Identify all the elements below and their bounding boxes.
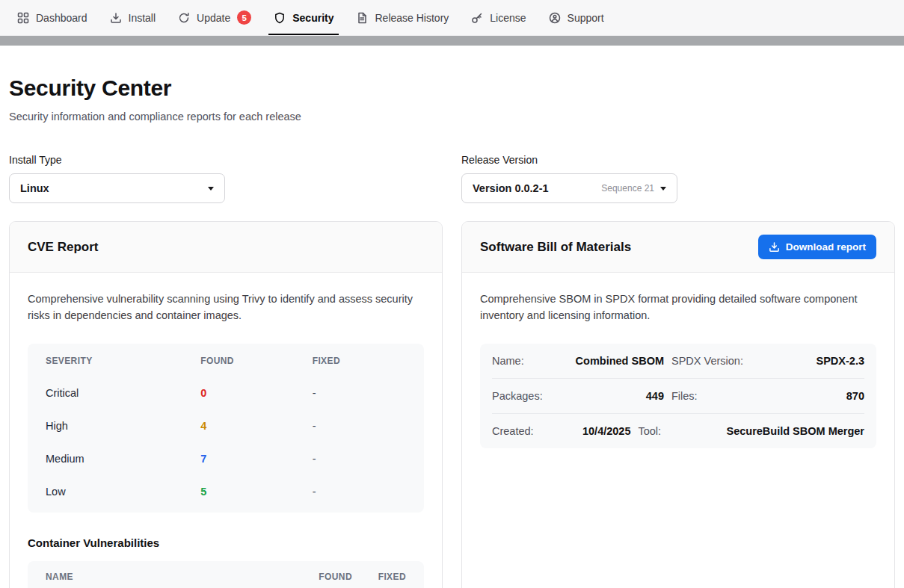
- sbom-description: Comprehensive SBOM in SPDX format provid…: [480, 291, 876, 324]
- cve-report-card: CVE Report Comprehensive vulnerability s…: [9, 221, 443, 588]
- severity-label: High: [46, 420, 200, 432]
- cve-card-title: CVE Report: [28, 240, 98, 255]
- sbom-name-label: Name:: [492, 355, 552, 367]
- severity-table-header: SEVERITY FOUND FIXED: [28, 345, 424, 377]
- severity-row-low: Low 5 -: [28, 475, 424, 508]
- nav-item-install[interactable]: Install: [99, 0, 167, 35]
- support-icon: [549, 12, 561, 24]
- sbom-info-row: Name: Combined SBOM SPDX Version: SPDX-2…: [492, 344, 864, 379]
- nav-label: Release History: [375, 12, 449, 24]
- sbom-packages-label: Packages:: [492, 390, 552, 402]
- page-title: Security Center: [9, 75, 895, 101]
- col-fixed: FIXED: [313, 356, 406, 366]
- update-icon: [178, 12, 190, 24]
- chevron-down-icon: [660, 187, 666, 191]
- severity-fixed-count: -: [313, 387, 406, 399]
- sequence-label: Sequence 21: [601, 183, 654, 194]
- nav-label: Install: [129, 12, 156, 24]
- sbom-card-title: Software Bill of Materials: [480, 240, 631, 255]
- severity-found-count: 0: [200, 387, 312, 399]
- document-icon: [356, 12, 368, 24]
- nav-item-security[interactable]: Security: [262, 0, 345, 35]
- release-version-filter: Release Version Version 0.0.2-1 Sequence…: [461, 154, 895, 203]
- install-type-filter: Install Type Linux: [9, 154, 443, 203]
- severity-label: Medium: [46, 453, 200, 465]
- cve-card-header: CVE Report: [10, 222, 442, 273]
- nav-label: Dashboard: [36, 12, 87, 24]
- sbom-card-header: Software Bill of Materials Download repo…: [462, 222, 894, 273]
- sbom-info-row: Created: 10/4/2025 Tool: SecureBuild SBO…: [492, 414, 864, 448]
- nav-item-dashboard[interactable]: Dashboard: [6, 0, 99, 35]
- release-version-label: Release Version: [461, 154, 895, 166]
- nav-label: Support: [568, 12, 604, 24]
- sbom-spdx-version-value: SPDX-2.3: [760, 355, 864, 367]
- sbom-card: Software Bill of Materials Download repo…: [461, 221, 895, 588]
- install-type-select[interactable]: Linux: [9, 173, 225, 203]
- download-report-button[interactable]: Download report: [758, 235, 876, 259]
- nav-label: Update: [197, 12, 230, 24]
- nav-item-license[interactable]: License: [460, 0, 537, 35]
- install-type-label: Install Type: [9, 154, 443, 166]
- col-found: FOUND: [200, 356, 312, 366]
- filters-row: Install Type Linux Release Version Versi…: [9, 154, 895, 203]
- key-icon: [471, 12, 483, 24]
- severity-label: Low: [46, 486, 200, 498]
- severity-fixed-count: -: [313, 453, 406, 465]
- severity-found-count: 5: [200, 486, 312, 498]
- container-vulnerabilities-title: Container Vulnerabilities: [28, 536, 424, 549]
- cve-description: Comprehensive vulnerability scanning usi…: [28, 291, 424, 324]
- main-content: Security Center Security information and…: [0, 75, 904, 588]
- page-subtitle: Security information and compliance repo…: [9, 111, 895, 123]
- install-icon: [110, 12, 122, 24]
- update-count-badge: 5: [237, 10, 251, 25]
- sbom-files-value: 870: [760, 390, 864, 402]
- col-severity: SEVERITY: [46, 356, 200, 366]
- cards-row: CVE Report Comprehensive vulnerability s…: [9, 221, 895, 588]
- severity-fixed-count: -: [313, 420, 406, 432]
- nav-label: Security: [292, 12, 333, 24]
- sbom-card-body: Comprehensive SBOM in SPDX format provid…: [462, 273, 894, 466]
- severity-found-count: 4: [200, 420, 312, 432]
- sbom-info-grid: Name: Combined SBOM SPDX Version: SPDX-2…: [480, 344, 876, 448]
- severity-row-medium: Medium 7 -: [28, 442, 424, 475]
- shield-icon: [274, 12, 286, 24]
- severity-label: Critical: [46, 387, 200, 399]
- cve-card-body: Comprehensive vulnerability scanning usi…: [10, 273, 442, 588]
- release-version-value: Version 0.0.2-1: [473, 182, 549, 194]
- dashboard-icon: [17, 12, 29, 24]
- download-icon: [769, 241, 780, 253]
- chevron-down-icon: [208, 187, 214, 191]
- sbom-tool-label: Tool:: [638, 425, 719, 437]
- severity-row-critical: Critical 0 -: [28, 377, 424, 409]
- sbom-files-label: Files:: [671, 390, 752, 402]
- severity-table: SEVERITY FOUND FIXED Critical 0 - High 4…: [28, 344, 424, 513]
- sbom-name-value: Combined SBOM: [559, 355, 664, 367]
- top-navbar: Dashboard Install Update 5 Security: [0, 0, 904, 36]
- severity-row-high: High 4 -: [28, 409, 424, 442]
- release-version-select[interactable]: Version 0.0.2-1 Sequence 21: [461, 173, 677, 203]
- nav-item-release-history[interactable]: Release History: [345, 0, 460, 35]
- severity-fixed-count: -: [313, 486, 406, 498]
- sbom-info-row: Packages: 449 Files: 870: [492, 379, 864, 414]
- col-fixed: FIXED: [352, 572, 406, 582]
- severity-found-count: 7: [200, 453, 312, 465]
- container-vulnerabilities-header: NAME FOUND FIXED: [28, 561, 424, 588]
- nav-item-support[interactable]: Support: [538, 0, 615, 35]
- col-found: FOUND: [280, 572, 352, 582]
- sbom-tool-value: SecureBuild SBOM Merger: [726, 425, 864, 437]
- sbom-created-value: 10/4/2025: [559, 425, 630, 437]
- nav-label: License: [490, 12, 526, 24]
- sbom-spdx-version-label: SPDX Version:: [671, 355, 752, 367]
- divider-strip: [0, 36, 904, 46]
- sbom-packages-value: 449: [559, 390, 664, 402]
- download-report-label: Download report: [786, 241, 866, 253]
- col-name: NAME: [46, 572, 280, 582]
- release-version-right: Sequence 21: [601, 183, 666, 194]
- install-type-value: Linux: [20, 182, 49, 194]
- sbom-created-label: Created:: [492, 425, 552, 437]
- nav-item-update[interactable]: Update 5: [167, 0, 262, 35]
